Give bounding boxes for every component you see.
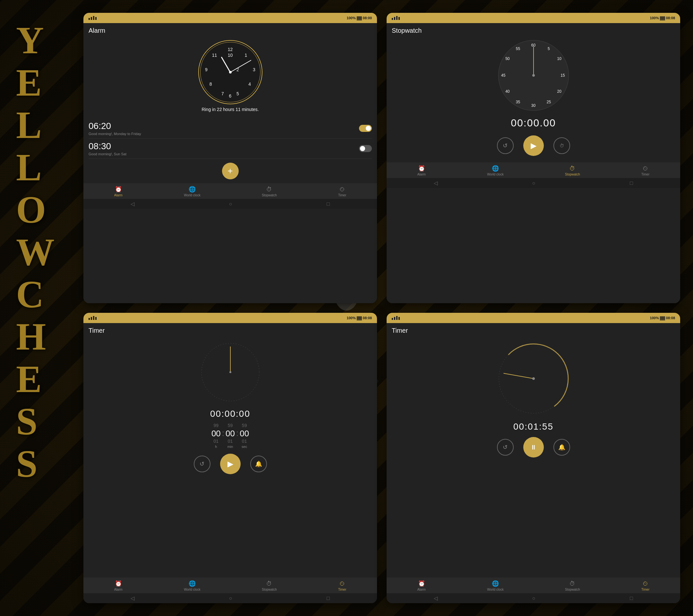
sw-lap-button[interactable]: ⏱ bbox=[553, 137, 570, 154]
tl-min-col: 59 00 01 min bbox=[225, 423, 235, 449]
tl-alarm-label: Alarm bbox=[114, 588, 122, 591]
home-btn[interactable]: ○ bbox=[229, 201, 232, 207]
tl-nav-worldclock[interactable]: 🌐 World clock bbox=[184, 580, 200, 591]
alarm-2-time: 08:30 bbox=[88, 141, 126, 152]
tr-back-btn[interactable]: ◁ bbox=[434, 595, 438, 601]
tl-bell-button[interactable]: 🔔 bbox=[250, 456, 267, 472]
sw-signal-bar-2 bbox=[394, 17, 395, 20]
app-title-vertical: Y E L L O W C H E S S bbox=[16, 19, 55, 485]
tr-stopwatch-icon: ⏱ bbox=[570, 580, 575, 587]
tr-timer-icon: ⏲ bbox=[642, 580, 648, 587]
tl-sec-label: sec bbox=[242, 445, 247, 449]
letter-s2: S bbox=[16, 443, 55, 485]
stopwatch-nav-label: Stopwatch bbox=[262, 194, 277, 197]
tr-nav-worldclock[interactable]: 🌐 World clock bbox=[487, 580, 504, 591]
signal-bar-2 bbox=[91, 17, 92, 20]
sw-nav-stopwatch[interactable]: ⏱ Stopwatch bbox=[565, 165, 580, 176]
tr-bell-button[interactable]: 🔔 bbox=[553, 439, 570, 456]
tl-timer-label: Timer bbox=[338, 588, 346, 591]
tr-pause-button[interactable]: ⏸ bbox=[523, 437, 544, 458]
alarm-1-time: 06:20 bbox=[88, 121, 141, 131]
tr-signal-1 bbox=[392, 318, 393, 320]
back-btn[interactable]: ◁ bbox=[131, 201, 134, 207]
tr-home-btn[interactable]: ○ bbox=[532, 595, 535, 601]
tl-bottom-nav: ⏰ Alarm 🌐 World clock ⏱ Stopwatch ⏲ Time… bbox=[83, 577, 377, 593]
alarm-2-toggle[interactable] bbox=[359, 145, 372, 152]
tl-play-button[interactable]: ▶ bbox=[220, 454, 241, 474]
alarm-1-info: 06:20 Good morning!, Monday to Friday bbox=[88, 121, 141, 136]
sw-num-15: 15 bbox=[560, 73, 565, 78]
sw-timer-icon: ⏲ bbox=[642, 165, 648, 172]
sw-num-30: 30 bbox=[531, 103, 535, 108]
tl-center-dot bbox=[230, 371, 231, 373]
tl-alarm-icon: ⏰ bbox=[115, 580, 122, 587]
hour-hand bbox=[221, 57, 231, 73]
alarm-1-toggle[interactable] bbox=[359, 125, 372, 132]
tl-signal-2 bbox=[91, 317, 92, 320]
tr-nav-alarm[interactable]: ⏰ Alarm bbox=[417, 580, 426, 591]
tl-nav-alarm[interactable]: ⏰ Alarm bbox=[114, 580, 122, 591]
sw-center bbox=[532, 74, 535, 77]
tr-alarm-icon: ⏰ bbox=[418, 580, 425, 587]
tr-stopwatch-label: Stopwatch bbox=[565, 588, 580, 591]
signal-bar-1 bbox=[88, 18, 90, 20]
sw-nav-worldclock[interactable]: 🌐 World clock bbox=[487, 165, 504, 176]
tr-nav-timer[interactable]: ⏲ Timer bbox=[641, 580, 649, 591]
sw-battery-text: 100% ▓▓ 08:08 bbox=[650, 16, 675, 20]
sw-reset-button[interactable]: ↺ bbox=[497, 137, 514, 154]
tl-battery-text: 100% ▓▓ 08:08 bbox=[347, 316, 372, 320]
tr-signal-2 bbox=[394, 317, 395, 320]
alarm-nav-label: Alarm bbox=[114, 194, 122, 197]
worldclock-nav-label: World clock bbox=[184, 194, 200, 197]
alarm-content: Alarm 12 1 3 4 5 6 7 9 11 8 10 2 bbox=[83, 23, 377, 303]
letter-h: H bbox=[16, 316, 55, 358]
sw-num-55: 55 bbox=[516, 46, 520, 51]
tl-reset-button[interactable]: ↺ bbox=[194, 456, 211, 472]
tr-timer-area: 00:01:55 ↺ ⏸ 🔔 bbox=[387, 337, 680, 577]
analog-clock: 12 1 3 4 5 6 7 9 11 8 10 2 bbox=[198, 40, 262, 104]
stopwatch-content: Stopwatch 60 5 10 15 20 25 30 35 40 45 5… bbox=[387, 23, 680, 303]
add-alarm-button[interactable]: + bbox=[222, 163, 239, 179]
tl-signal-1 bbox=[88, 318, 90, 320]
sw-nav-timer[interactable]: ⏲ Timer bbox=[641, 165, 649, 176]
recents-btn[interactable]: □ bbox=[326, 201, 330, 207]
tl-h-mid: 00 bbox=[212, 429, 221, 438]
tr-signal bbox=[392, 316, 400, 320]
alarm-item-1: 06:20 Good morning!, Monday to Friday bbox=[88, 118, 372, 139]
nav-alarm[interactable]: ⏰ Alarm bbox=[114, 186, 122, 197]
tl-timer-icon: ⏲ bbox=[339, 580, 345, 587]
sw-back-btn[interactable]: ◁ bbox=[434, 180, 438, 186]
sw-nav-alarm[interactable]: ⏰ Alarm bbox=[417, 165, 426, 176]
tl-min-bot: 01 bbox=[228, 439, 233, 444]
alarm-screen: 100% ▓▓ 08:00 Alarm 12 1 3 4 5 6 7 9 11 … bbox=[83, 13, 377, 303]
tl-signal-4 bbox=[95, 317, 97, 320]
tl-h-top: 99 bbox=[214, 423, 219, 428]
stopwatch-screen: 100% ▓▓ 08:08 Stopwatch 60 5 10 15 20 25… bbox=[387, 13, 680, 303]
clock-num-4: 4 bbox=[248, 81, 251, 87]
alarm-status-bar: 100% ▓▓ 08:00 bbox=[83, 13, 377, 23]
sw-controls: ↺ ▶ ⏱ bbox=[497, 135, 570, 156]
sw-num-5: 5 bbox=[548, 46, 550, 51]
tr-recents-btn[interactable]: □ bbox=[630, 595, 633, 601]
tr-signal-4 bbox=[398, 317, 400, 320]
tl-recents-btn[interactable]: □ bbox=[326, 595, 330, 601]
tl-time-display: 00:00:00 bbox=[210, 409, 250, 419]
alarm-clock-area: 12 1 3 4 5 6 7 9 11 8 10 2 bbox=[83, 37, 377, 118]
tl-timer-hand bbox=[230, 346, 231, 372]
sw-recents-btn[interactable]: □ bbox=[630, 180, 633, 186]
sw-alarm-icon: ⏰ bbox=[418, 165, 425, 172]
sw-home-btn[interactable]: ○ bbox=[532, 180, 535, 186]
tl-home-btn[interactable]: ○ bbox=[229, 595, 232, 601]
tr-nav-stopwatch[interactable]: ⏱ Stopwatch bbox=[565, 580, 580, 591]
tl-nav-timer[interactable]: ⏲ Timer bbox=[338, 580, 346, 591]
sw-num-40: 40 bbox=[505, 89, 510, 94]
tr-reset-button[interactable]: ↺ bbox=[497, 439, 514, 456]
letter-l2: L bbox=[16, 146, 55, 188]
tl-back-btn[interactable]: ◁ bbox=[131, 595, 134, 601]
sw-play-button[interactable]: ▶ bbox=[523, 135, 544, 156]
nav-timer[interactable]: ⏲ Timer bbox=[338, 186, 346, 197]
tl-battery: 100% ▓▓ 08:08 bbox=[347, 316, 372, 320]
nav-stopwatch[interactable]: ⏱ Stopwatch bbox=[262, 186, 277, 197]
tl-nav-stopwatch[interactable]: ⏱ Stopwatch bbox=[262, 580, 277, 591]
nav-worldclock[interactable]: 🌐 World clock bbox=[184, 186, 200, 197]
